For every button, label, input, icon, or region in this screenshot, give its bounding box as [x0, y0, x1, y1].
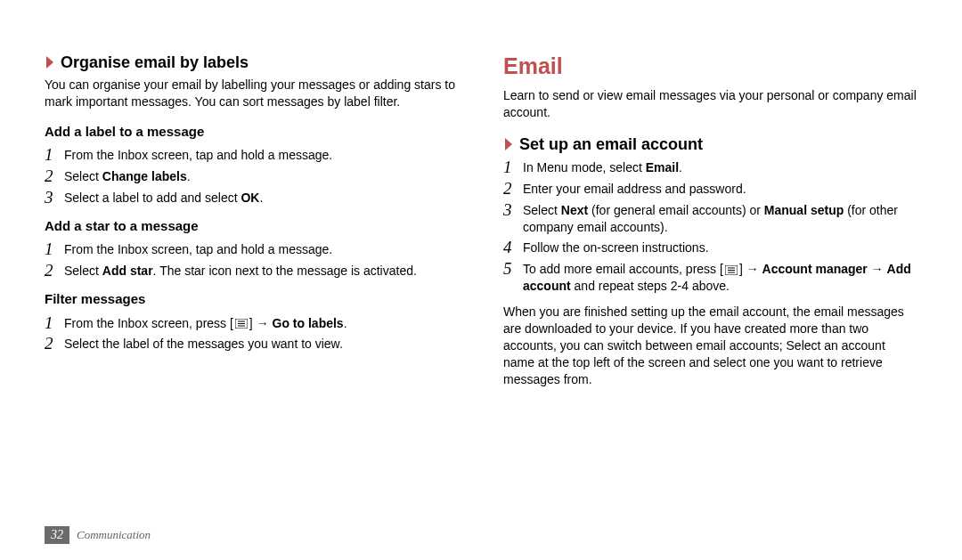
page-footer: 32 Communication — [45, 526, 151, 544]
step-text: From the Inbox screen, tap and hold a me… — [64, 240, 459, 258]
step-item: 5To add more email accounts, press [] → … — [503, 260, 917, 295]
step-item: 4Follow the on-screen instructions. — [503, 239, 917, 256]
chevron-right-icon — [45, 55, 55, 69]
footer-section: Communication — [77, 528, 151, 542]
step-number: 1 — [45, 240, 64, 258]
step-text: In Menu mode, select Email. — [523, 158, 917, 176]
menu-icon — [235, 319, 248, 329]
step-item: 2Select Add star. The star icon next to … — [45, 262, 459, 280]
intro-paragraph: You can organise your email by labelling… — [45, 77, 459, 110]
heading-setup-account: Set up an email account — [503, 134, 917, 155]
step-text: From the Inbox screen, press [] → Go to … — [64, 314, 459, 332]
step-text: Select Next (for general email accounts)… — [523, 201, 917, 236]
step-item: 1From the Inbox screen, tap and hold a m… — [45, 146, 459, 164]
step-list: 1From the Inbox screen, press [] → Go to… — [45, 314, 459, 353]
step-number: 3 — [503, 201, 523, 219]
step-number: 2 — [45, 335, 64, 353]
step-item: 2Enter your email address and password. — [503, 180, 917, 198]
step-number: 1 — [45, 314, 64, 332]
step-number: 3 — [45, 189, 64, 207]
step-item: 3Select a label to add and select OK. — [45, 189, 459, 207]
menu-icon — [725, 265, 738, 275]
step-number: 4 — [503, 239, 523, 256]
manual-page: Organise email by labels You can organis… — [0, 0, 962, 560]
right-column: Email Learn to send or view email messag… — [503, 52, 917, 401]
page-number: 32 — [45, 526, 69, 544]
heading-text: Set up an email account — [519, 134, 703, 155]
subsection-title: Add a star to a message — [45, 217, 459, 235]
step-number: 5 — [503, 260, 523, 278]
step-item: 2Select Change labels. — [45, 167, 459, 185]
step-text: To add more email accounts, press [] → A… — [523, 260, 917, 295]
subsection-title: Add a label to a message — [45, 123, 459, 141]
setup-steps: 1In Menu mode, select Email.2Enter your … — [503, 158, 917, 295]
step-number: 2 — [503, 180, 523, 198]
step-text: Select Add star. The star icon next to t… — [64, 262, 459, 280]
step-number: 2 — [45, 167, 64, 185]
step-text: From the Inbox screen, tap and hold a me… — [64, 146, 459, 164]
heading-organise-email: Organise email by labels — [45, 52, 459, 73]
step-number: 1 — [45, 146, 64, 164]
step-text: Select Change labels. — [64, 167, 459, 185]
step-text: Select a label to add and select OK. — [64, 189, 459, 207]
step-text: Enter your email address and password. — [523, 180, 917, 198]
email-outro: When you are finished setting up the ema… — [503, 304, 917, 387]
step-item: 2Select the label of the messages you wa… — [45, 335, 459, 353]
section-title-email: Email — [503, 52, 917, 82]
chevron-right-icon — [503, 137, 514, 151]
heading-text: Organise email by labels — [61, 52, 249, 73]
step-item: 1From the Inbox screen, press [] → Go to… — [45, 314, 459, 332]
step-text: Follow the on-screen instructions. — [523, 239, 917, 256]
subsection-title: Filter messages — [45, 290, 459, 308]
step-text: Select the label of the messages you wan… — [64, 335, 459, 353]
left-column: Organise email by labels You can organis… — [45, 52, 459, 401]
step-item: 3Select Next (for general email accounts… — [503, 201, 917, 236]
step-item: 1From the Inbox screen, tap and hold a m… — [45, 240, 459, 258]
email-intro: Learn to send or view email messages via… — [503, 87, 917, 121]
step-list: 1From the Inbox screen, tap and hold a m… — [45, 146, 459, 207]
step-number: 1 — [503, 158, 523, 176]
step-number: 2 — [45, 262, 64, 280]
two-column-layout: Organise email by labels You can organis… — [45, 52, 917, 401]
step-item: 1In Menu mode, select Email. — [503, 158, 917, 176]
step-list: 1From the Inbox screen, tap and hold a m… — [45, 240, 459, 280]
